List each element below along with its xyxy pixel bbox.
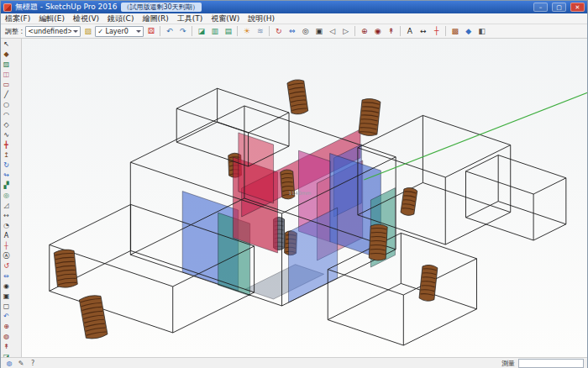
text-icon[interactable]: A: [403, 25, 416, 37]
dimension-tool[interactable]: ↔: [2, 211, 11, 220]
rotate-tool[interactable]: ↻: [2, 160, 11, 170]
fog-icon[interactable]: ≋: [254, 25, 266, 37]
axes-tool[interactable]: ┼: [2, 241, 11, 250]
zoom-extents-tool[interactable]: ▢: [2, 302, 11, 311]
pan-tool[interactable]: ⇔: [2, 271, 11, 281]
sketchup-window: 無標題 - SketchUp Pro 2016 （試用版還剩30天到期） – ▢…: [0, 0, 588, 368]
walk-icon[interactable]: ↟: [385, 25, 397, 37]
circle-tool[interactable]: ○: [2, 100, 11, 109]
toolbar-separator: [160, 26, 160, 36]
section-display-icon[interactable]: ▥: [208, 25, 221, 37]
measure-label: 測量: [501, 359, 515, 368]
speaker-object[interactable]: [419, 264, 438, 302]
scale-tool[interactable]: ▞: [2, 181, 11, 190]
orbit-tool[interactable]: ↺: [2, 261, 11, 271]
close-button[interactable]: ✕: [570, 3, 585, 12]
walk-tool[interactable]: ↟: [2, 342, 11, 351]
section-plane-icon[interactable]: ◪: [195, 25, 207, 37]
styles-icon[interactable]: ◧: [475, 25, 488, 37]
speaker-object[interactable]: [287, 79, 308, 115]
speaker-object[interactable]: [79, 294, 108, 340]
layer-combo-value: ✓ Layer0: [97, 28, 134, 35]
lower-right-box[interactable]: [328, 233, 476, 345]
zoom-icon[interactable]: ◎: [299, 25, 312, 37]
classification-label: 調整 :: [3, 27, 24, 36]
look-around-icon[interactable]: ◉: [371, 25, 384, 37]
dimension-annotation: 1140mm: [289, 190, 312, 196]
previous-view-tool[interactable]: ↶: [2, 312, 11, 321]
materials-icon[interactable]: ▩: [449, 25, 461, 37]
model-scene[interactable]: 1140mm: [22, 39, 587, 357]
rectangle-tool[interactable]: ▭: [2, 80, 11, 89]
components-icon[interactable]: ◆: [462, 25, 475, 37]
eraser-tool[interactable]: ◫: [2, 70, 11, 79]
wall-blue-front[interactable]: [289, 208, 338, 302]
move-tool[interactable]: ╋: [2, 140, 11, 150]
protractor-tool[interactable]: ◔: [2, 221, 11, 230]
menu-tools[interactable]: 工具(T): [173, 13, 207, 24]
polygon-tool[interactable]: ◇: [2, 120, 11, 129]
toolbar-separator: [354, 26, 355, 36]
dimension-icon[interactable]: ↔: [417, 25, 429, 37]
toolbar-separator: [400, 26, 401, 36]
push-pull-tool[interactable]: ↥: [2, 150, 11, 160]
follow-me-tool[interactable]: ↬: [2, 171, 11, 180]
status-icons: ◍✎?: [4, 359, 38, 368]
sketchup-logo-icon: [3, 3, 12, 12]
next-view-icon[interactable]: ▷: [339, 25, 352, 37]
far-right-box[interactable]: [466, 155, 566, 240]
maximize-button[interactable]: ▢: [552, 3, 566, 12]
trial-badge: （試用版還剩30天到期）: [121, 3, 202, 12]
title-bar: 無標題 - SketchUp Pro 2016 （試用版還剩30天到期） – ▢…: [1, 1, 587, 13]
speaker-object[interactable]: [54, 249, 78, 288]
speaker-object[interactable]: [359, 97, 381, 136]
credits-icon[interactable]: ✎: [16, 359, 26, 368]
speaker-object[interactable]: [401, 187, 417, 216]
toolbar-separator: [269, 26, 270, 36]
previous-view-icon[interactable]: ◁: [326, 25, 339, 37]
offset-tool[interactable]: ◎: [2, 191, 11, 200]
menu-window[interactable]: 視窗(W): [207, 13, 244, 24]
toolbar-separator: [192, 26, 192, 36]
measure-input[interactable]: [518, 359, 584, 368]
layer-combo[interactable]: ✓ Layer0: [95, 26, 144, 37]
arc-tool[interactable]: ◠: [2, 110, 11, 119]
shadows-icon[interactable]: ☀: [240, 25, 253, 37]
freehand-tool[interactable]: ∿: [2, 130, 11, 139]
help-icon[interactable]: ?: [28, 359, 38, 368]
speaker-object[interactable]: [369, 223, 387, 260]
geolocation-icon[interactable]: ◍: [4, 359, 14, 368]
section-cut-icon[interactable]: ▤: [222, 25, 234, 37]
zoom-window-tool[interactable]: ▣: [2, 292, 11, 301]
menu-help[interactable]: 說明(H): [244, 13, 279, 24]
pan-icon[interactable]: ⇔: [286, 25, 298, 37]
menu-camera[interactable]: 鏡頭(C): [103, 13, 138, 24]
position-camera-tool[interactable]: ⊕: [2, 322, 11, 331]
text-tool[interactable]: A: [2, 231, 11, 240]
tape-measure-tool[interactable]: ◿: [2, 201, 11, 210]
line-tool[interactable]: ╱: [2, 90, 11, 99]
menu-edit[interactable]: 編輯(E): [34, 13, 69, 24]
make-component-tool[interactable]: ◆: [2, 50, 11, 59]
position-camera-icon[interactable]: ⊕: [358, 25, 370, 37]
undo-icon[interactable]: ↶: [163, 25, 176, 37]
menu-file[interactable]: 檔案(F): [1, 13, 34, 24]
classification-combo[interactable]: <undefined>: [25, 26, 81, 37]
paint-bucket-tool[interactable]: ▨: [2, 60, 11, 69]
select-tool[interactable]: ↖: [2, 39, 11, 49]
menu-draw[interactable]: 繪圖(R): [138, 13, 172, 24]
look-around-tool[interactable]: ◍: [2, 332, 11, 341]
wall-red-back[interactable]: [239, 133, 274, 203]
zoom-tool[interactable]: ◉: [2, 281, 11, 291]
orbit-icon[interactable]: ↻: [272, 25, 285, 37]
drawing-canvas[interactable]: 1140mm: [22, 39, 587, 357]
menu-view[interactable]: 檢視(V): [69, 13, 103, 24]
classifier-paint-icon[interactable]: ▨: [81, 25, 94, 37]
zoom-extents-icon[interactable]: ▣: [312, 25, 325, 37]
3d-text-tool[interactable]: Ⓐ: [2, 251, 11, 260]
minimize-button[interactable]: –: [533, 3, 548, 12]
axes-icon[interactable]: ┼: [430, 25, 443, 37]
redo-icon[interactable]: ↷: [176, 25, 189, 37]
color-by-layer-icon[interactable]: ⚄: [144, 25, 157, 37]
chevron-down-icon: [136, 30, 141, 33]
